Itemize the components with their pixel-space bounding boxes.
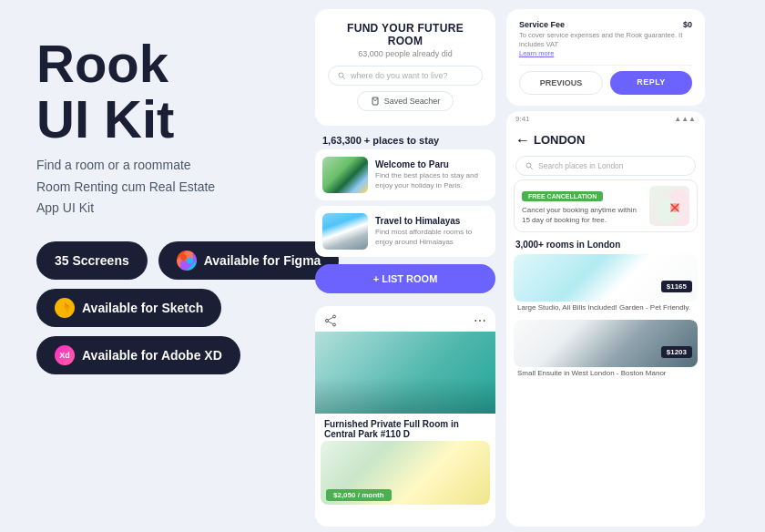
cancel-description: Cancel your booking anytime within 15 da… (522, 205, 642, 225)
previous-button[interactable]: PREVIOUS (519, 71, 603, 95)
himalaya-desc: Find most affordable rooms to enjoy arou… (375, 228, 488, 247)
svg-line-8 (343, 77, 345, 79)
service-fee-label: Service Fee (519, 20, 683, 29)
more-options-icon[interactable]: ⋯ (474, 313, 486, 328)
cancel-svg (649, 186, 689, 226)
service-fee-value: $0 (683, 20, 692, 29)
place-cards: Welcome to Paru Find the best places to … (310, 149, 501, 257)
xd-icon: Xd (55, 345, 75, 365)
title-line1: Rook (36, 34, 168, 93)
search-icon (338, 72, 345, 79)
title-block: Rook UI Kit Find a room or a roommate Ro… (36, 36, 282, 220)
badge-row-top: 35 Sccreens Available for Figma (36, 241, 282, 280)
free-cancellation-card: FREE CANCELLATION Cancel your booking an… (514, 179, 698, 232)
price-tag: $2,050 / month (326, 489, 392, 501)
rooms-count: 3,000+ rooms in London (506, 236, 705, 251)
status-bar: 9:41 ▲▲▲ (506, 111, 705, 125)
svg-line-14 (328, 322, 332, 324)
figma-label: Available for Figma (204, 253, 321, 268)
svg-point-12 (333, 323, 336, 326)
reply-button[interactable]: REPLY (610, 71, 692, 95)
svg-point-3 (187, 258, 193, 264)
title-line2: UI Kit (36, 89, 174, 148)
payment-card: Service Fee To cover service expenses an… (506, 9, 705, 106)
free-cancel-badge: FREE CANCELLATION (522, 191, 603, 201)
room1-name: Large Studio, All Bills Included! Garden… (514, 302, 698, 314)
paris-card[interactable]: Welcome to Paru Find the best places to … (315, 149, 495, 200)
listing-card: ⋯ Furnished Private Full Room in Central… (315, 306, 495, 527)
himalaya-card[interactable]: Travel to Himalayas Find most affordable… (315, 206, 495, 257)
list-room-button[interactable]: + LIST ROOM (315, 264, 495, 293)
room1-price: $1165 (661, 281, 692, 292)
right-panel: Service Fee To cover service expenses an… (501, 0, 710, 532)
room-card-1[interactable]: $1165 Large Studio, All Bills Included! … (514, 254, 698, 314)
status-time: 9:41 (515, 115, 530, 123)
svg-rect-2 (180, 261, 187, 267)
listing-secondary-image: $2,050 / month (321, 441, 490, 505)
himalaya-name: Travel to Himalayas (375, 216, 488, 226)
london-search-bar[interactable]: Search places in London (515, 156, 696, 176)
listing-main-image (315, 332, 495, 414)
paris-name: Welcome to Paru (375, 159, 488, 169)
room2-name: Small Ensuite in West London - Boston Ma… (514, 367, 698, 380)
screens-label: 35 Sccreens (55, 253, 129, 268)
places-count: 1,63,300 + places to stay (310, 131, 501, 149)
screens-badge: 35 Sccreens (36, 241, 148, 280)
xd-badge[interactable]: Xd Available for Adobe XD (36, 336, 240, 374)
service-fee-desc: To cover service expenses and the Rook g… (519, 31, 683, 49)
london-panel: 9:41 ▲▲▲ ← LONDON Search places in Londo… (506, 111, 705, 527)
payment-actions: PREVIOUS REPLY (519, 71, 692, 95)
fund-room-card: FUND YOUR FUTURE ROOM 63,000 people alre… (315, 9, 495, 126)
sketch-icon (55, 298, 75, 318)
london-header: ← LONDON (506, 125, 705, 152)
divider (519, 65, 692, 66)
location-search[interactable]: where do you want to live? (328, 66, 483, 86)
subtitle: Find a room or a roommate Room Renting c… (36, 155, 282, 220)
left-panel: Rook UI Kit Find a room or a roommate Ro… (0, 0, 310, 532)
listing-title: Furnished Private Full Room in Central P… (315, 414, 495, 441)
london-search-placeholder: Search places in London (538, 161, 624, 170)
svg-point-11 (326, 320, 329, 322)
listing-header: ⋯ (315, 306, 495, 332)
back-icon[interactable]: ← (515, 132, 530, 148)
room-card-2[interactable]: $1203 Small Ensuite in West London - Bos… (514, 320, 698, 380)
svg-line-16 (531, 167, 533, 169)
payment-service-row: Service Fee To cover service expenses an… (519, 20, 692, 57)
badges-section: 35 Sccreens Available for Figma (36, 241, 282, 374)
fund-title: FUND YOUR FUTURE ROOM (328, 22, 483, 47)
saved-searches-btn[interactable]: Saved Seacher (357, 91, 454, 111)
sketch-label: Available for Sketch (82, 301, 203, 315)
paris-image (322, 157, 368, 193)
london-title: LONDON (534, 133, 585, 147)
svg-rect-0 (180, 254, 187, 261)
location-placeholder: where do you want to live? (351, 71, 448, 80)
xd-label: Available for Adobe XD (82, 348, 222, 363)
room2-price: $1203 (661, 346, 692, 358)
paris-desc: Find the best places to stay and enjoy y… (375, 171, 488, 190)
signal-icons: ▲▲▲ (674, 115, 696, 123)
svg-point-10 (333, 315, 336, 318)
room2-image (514, 320, 698, 367)
fund-subtitle: 63,000 people already did (328, 49, 483, 58)
learn-more-link[interactable]: Learn more (519, 49, 683, 57)
bookmark-icon (371, 97, 380, 106)
share-icon[interactable] (324, 314, 337, 327)
london-search-icon (525, 162, 533, 169)
svg-line-13 (328, 317, 332, 320)
sketch-badge[interactable]: Available for Sketch (36, 289, 221, 327)
room1-image (514, 254, 698, 302)
middle-panel: FUND YOUR FUTURE ROOM 63,000 people alre… (310, 0, 501, 532)
himalaya-image (322, 213, 368, 250)
list-room-label: + LIST ROOM (373, 273, 438, 284)
cancel-illustration (649, 186, 689, 226)
figma-icon (177, 251, 197, 271)
